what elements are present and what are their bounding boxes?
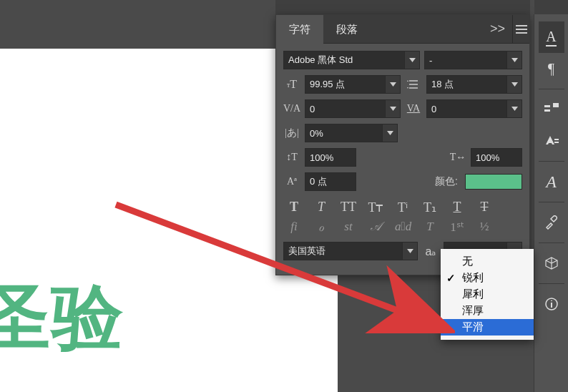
vertical-scale-input[interactable]: 100% [305,148,356,167]
superscript-button[interactable]: Tⁱ [395,200,411,215]
panel-tabs: 字符 段落 >> [276,15,529,44]
tools-icon[interactable] [539,207,564,238]
italic-button[interactable]: T [313,200,329,215]
tracking-icon: VA [405,100,422,117]
font-family-value: Adobe 黑体 Std [284,52,405,69]
color-label: 颜色: [435,175,458,188]
dropdown-arrow-icon[interactable] [386,100,400,117]
stylistic-alt-button[interactable]: a͞d [395,220,411,235]
strikethrough-button[interactable]: T [476,200,492,215]
info-panel-icon[interactable] [539,288,564,320]
tab-paragraph[interactable]: 段落 [323,15,371,44]
subscript-button[interactable]: T₁ [422,200,438,215]
leading-icon [405,76,422,93]
antialias-option-smooth[interactable]: 平滑 [441,319,534,335]
character-panel-icon[interactable]: A [539,21,564,53]
font-family-select[interactable]: Adobe 黑体 Std [283,51,420,69]
kerning-select[interactable]: 0 [305,99,401,118]
font-size-icon: тT [283,76,300,93]
color-swatch[interactable] [465,174,522,190]
paragraph-panel-icon[interactable]: ¶ [539,53,564,84]
font-style-value: - [425,52,507,69]
allcaps-button[interactable]: TT [341,200,356,215]
kerning-icon: V/A [283,100,300,117]
tsume-select[interactable]: 0% [305,124,398,142]
glyphs-panel-icon[interactable]: A [539,166,564,197]
antialias-option-crisp[interactable]: 犀利 [441,286,534,303]
antialias-option-sharp[interactable]: 锐利 [441,270,534,286]
bold-button[interactable]: T [286,200,302,215]
baseline-shift-icon: Aª [283,173,300,190]
underline-button[interactable]: T [449,200,465,215]
language-select[interactable]: 美国英语 [283,242,418,260]
character-styles-icon[interactable] [539,125,564,157]
tsume-icon: |あ| [283,124,300,142]
font-size-select[interactable]: 99.95 点 [305,75,401,94]
opentype-row: fi ℴ st 𝒜 a͞d T 1ˢᵗ ½ [283,220,522,235]
contextual-alt-button[interactable]: ℴ [313,220,329,235]
right-tool-rail: A ¶ A [534,14,568,392]
ligatures-button[interactable]: fi [286,220,302,235]
dropdown-arrow-icon[interactable] [507,76,522,93]
character-panel: 字符 段落 >> Adobe 黑体 Std - тT 99.95 点 [275,14,530,275]
horizontal-scale-icon: T↔ [449,149,466,166]
panel-collapse-button[interactable]: >> [483,21,512,36]
tab-character[interactable]: 字符 [276,15,323,44]
type-layer-text[interactable]: 圣验 [0,270,124,367]
dropdown-arrow-icon[interactable] [403,242,417,260]
paragraph-styles-icon[interactable] [539,94,564,125]
font-size-value: 99.95 点 [305,76,386,93]
tracking-value: 0 [427,100,507,117]
dropdown-arrow-icon[interactable] [386,76,400,93]
language-value: 美国英语 [284,242,403,260]
antialias-option-none[interactable]: 无 [441,253,534,270]
ordinals-button[interactable]: 1ˢᵗ [449,220,465,235]
font-style-select[interactable]: - [424,51,522,69]
kerning-value: 0 [305,100,386,117]
tsume-value: 0% [305,124,383,142]
vertical-scale-icon: ↕T [283,149,300,166]
antialias-option-strong[interactable]: 浑厚 [441,303,534,319]
dropdown-arrow-icon[interactable] [507,52,522,69]
type-style-row: T T TT Tᴛ Tⁱ T₁ T T [283,200,522,215]
dropdown-arrow-icon[interactable] [405,52,419,69]
leading-select[interactable]: 18 点 [426,75,522,94]
baseline-shift-input[interactable]: 0 点 [305,172,356,191]
antialias-dropdown: 无 锐利 犀利 浑厚 平滑 [441,249,534,340]
antialias-icon: aₐ [422,242,439,260]
discretionary-lig-button[interactable]: st [341,220,356,235]
panel-topbar [275,0,530,14]
dropdown-arrow-icon[interactable] [507,100,522,117]
swash-button[interactable]: 𝒜 [368,220,383,235]
dropdown-arrow-icon[interactable] [383,124,397,142]
3d-panel-icon[interactable] [539,248,564,279]
smallcaps-button[interactable]: Tᴛ [368,200,383,215]
titling-alt-button[interactable]: T [422,220,438,235]
horizontal-scale-input[interactable]: 100% [471,148,522,167]
panel-menu-button[interactable] [512,15,529,44]
fractions-button[interactable]: ½ [476,220,492,235]
tracking-select[interactable]: 0 [426,99,522,118]
leading-value: 18 点 [427,76,507,93]
